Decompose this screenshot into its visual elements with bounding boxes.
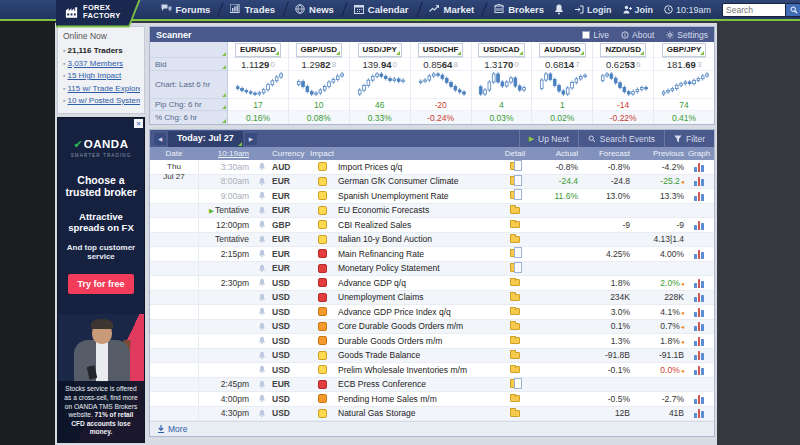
event-title[interactable]: Natural Gas Storage <box>338 408 500 418</box>
graph-icon[interactable] <box>694 307 704 317</box>
calendar-event-row[interactable]: 8:00amEURGerman GfK Consumer Climate-24.… <box>150 175 714 190</box>
pair-chart[interactable] <box>654 71 714 99</box>
set-alert-icon[interactable] <box>254 351 270 360</box>
nav-item-news[interactable]: News <box>285 0 344 20</box>
impact-icon[interactable] <box>318 162 327 171</box>
folder-icon[interactable] <box>510 366 520 373</box>
calendar-event-row[interactable]: 2:15pmEURMain Refinancing Rate4.25%4.00% <box>150 247 714 262</box>
calendar-event-row[interactable]: TentativeEURItalian 10-y Bond Auction4.1… <box>150 233 714 248</box>
nav-item-forums[interactable]: Forums <box>151 0 221 20</box>
search-button[interactable] <box>786 3 800 17</box>
online-now-stat[interactable]: ▪115 w/ Trade Explorers <box>63 83 140 96</box>
current-time[interactable]: 10:19am <box>664 5 711 15</box>
live-toggle[interactable]: Live <box>582 30 609 40</box>
set-alert-icon[interactable] <box>254 264 270 273</box>
event-title[interactable]: Main Refinancing Rate <box>338 249 500 259</box>
graph-icon[interactable] <box>694 162 704 172</box>
search-input[interactable] <box>722 3 786 17</box>
graph-icon[interactable] <box>694 278 704 288</box>
impact-icon[interactable] <box>318 380 327 389</box>
event-title[interactable]: Unemployment Claims <box>338 292 500 302</box>
col-header-time[interactable]: 10:19am <box>198 149 254 158</box>
calendar-event-row[interactable]: 2:45pmEURECB Press Conference <box>150 378 714 393</box>
calendar-prev-day-button[interactable]: ◀ <box>154 133 166 145</box>
impact-icon[interactable] <box>318 351 327 360</box>
nav-item-brokers[interactable]: Brokers <box>484 0 554 20</box>
calendar-event-row[interactable]: USDPrelim Wholesale Inventories m/m-0.1%… <box>150 363 714 378</box>
bid-value[interactable]: 0.85648 <box>411 58 471 71</box>
folder-icon[interactable] <box>510 410 520 417</box>
open-folder-icon[interactable] <box>510 192 520 199</box>
online-now-stat[interactable]: ▪3,037 Members <box>63 58 140 71</box>
impact-icon[interactable] <box>318 307 327 316</box>
forex-factory-logo[interactable]: FOREX FACTORY <box>56 0 141 28</box>
pair-label[interactable]: NZD/USD <box>600 43 646 57</box>
try-for-free-button[interactable]: Try for free <box>68 274 134 294</box>
graph-icon[interactable] <box>694 394 704 404</box>
set-alert-icon[interactable] <box>254 206 270 215</box>
impact-icon[interactable] <box>318 206 327 215</box>
folder-icon[interactable] <box>510 395 520 402</box>
folder-icon[interactable] <box>510 221 520 228</box>
pair-label[interactable]: GBP/USD <box>296 43 342 57</box>
graph-icon[interactable] <box>694 408 704 418</box>
impact-icon[interactable] <box>318 409 327 418</box>
online-now-stat[interactable]: ▪10 w/ Posted Systems <box>63 95 140 108</box>
impact-icon[interactable] <box>318 220 327 229</box>
bid-row-label[interactable]: Bid <box>150 58 227 71</box>
calendar-event-row[interactable]: 9:00amEURSpanish Unemployment Rate11.6%1… <box>150 189 714 204</box>
set-alert-icon[interactable] <box>254 336 270 345</box>
event-title[interactable]: Durable Goods Orders m/m <box>338 336 500 346</box>
pct-row-label[interactable]: % Chg: 6 hr <box>150 111 227 124</box>
impact-icon[interactable] <box>318 394 327 403</box>
graph-icon[interactable] <box>694 365 704 375</box>
impact-icon[interactable] <box>318 278 327 287</box>
set-alert-icon[interactable] <box>254 380 270 389</box>
set-alert-icon[interactable] <box>254 220 270 229</box>
pair-label[interactable]: GBP/JPY <box>662 43 707 57</box>
event-title[interactable]: CBI Realized Sales <box>338 220 500 230</box>
event-title[interactable]: Italian 10-y Bond Auction <box>338 234 500 244</box>
pair-label[interactable]: USD/JPY <box>358 43 402 57</box>
calendar-event-row[interactable]: 12:00pmGBPCBI Realized Sales-9-9 <box>150 218 714 233</box>
login-button[interactable]: Login <box>575 5 612 15</box>
impact-icon[interactable] <box>318 293 327 302</box>
event-title[interactable]: EU Economic Forecasts <box>338 205 500 215</box>
set-alert-icon[interactable] <box>254 409 270 418</box>
up-next-button[interactable]: ▶ Up Next <box>519 130 578 147</box>
calendar-event-row[interactable]: 2:30pmUSDAdvance GDP q/q1.8%2.0%◂ <box>150 276 714 291</box>
bid-value[interactable]: 1.29828 <box>289 58 349 71</box>
set-alert-icon[interactable] <box>254 322 270 331</box>
impact-icon[interactable] <box>318 249 327 258</box>
impact-icon[interactable] <box>318 235 327 244</box>
bid-value[interactable]: 1.11290 <box>228 58 288 71</box>
folder-icon[interactable] <box>510 207 520 214</box>
open-folder-icon[interactable] <box>510 250 520 257</box>
bid-value[interactable]: 1.31700 <box>472 58 532 71</box>
folder-icon[interactable] <box>510 236 520 243</box>
open-folder-icon[interactable] <box>510 178 520 185</box>
set-alert-icon[interactable] <box>254 191 270 200</box>
event-title[interactable]: Import Prices q/q <box>338 162 500 172</box>
set-alert-icon[interactable] <box>254 394 270 403</box>
set-alert-icon[interactable] <box>254 365 270 374</box>
calendar-event-row[interactable]: 3:30amAUDImport Prices q/q-0.8%-0.8%-4.2… <box>150 160 714 175</box>
bid-value[interactable]: 181.693 <box>654 58 714 71</box>
open-folder-icon[interactable] <box>510 163 520 170</box>
ad-close-icon[interactable]: ✕ <box>134 119 143 128</box>
search-events-button[interactable]: Search Events <box>578 130 664 147</box>
folder-icon[interactable] <box>510 294 520 301</box>
bid-value[interactable]: 0.62536 <box>593 58 653 71</box>
event-title[interactable]: Spanish Unemployment Rate <box>338 191 500 201</box>
calendar-event-row[interactable]: USDAdvance GDP Price Index q/q3.0%4.1%◂ <box>150 305 714 320</box>
impact-icon[interactable] <box>318 336 327 345</box>
impact-icon[interactable] <box>318 177 327 186</box>
settings-button[interactable]: Settings <box>666 30 708 40</box>
calendar-date-chip[interactable]: Today: Jul 27 <box>168 131 243 147</box>
oanda-ad[interactable]: ✕ ✔OANDA SMARTER TRADING Choose a truste… <box>57 117 145 444</box>
calendar-event-row[interactable]: ▶TentativeEUREU Economic Forecasts <box>150 204 714 219</box>
impact-icon[interactable] <box>318 191 327 200</box>
calendar-event-row[interactable]: 4:30pmUSDNatural Gas Storage12B41B <box>150 407 714 422</box>
calendar-event-row[interactable]: USDGoods Trade Balance-91.8B-91.1B <box>150 349 714 364</box>
impact-icon[interactable] <box>318 264 327 273</box>
